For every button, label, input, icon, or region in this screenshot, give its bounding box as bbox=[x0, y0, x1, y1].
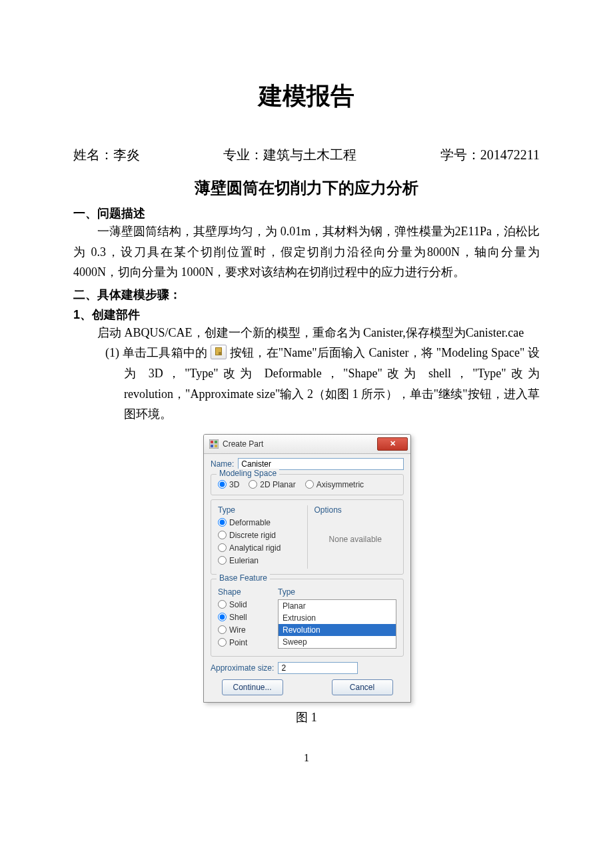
id-field: 学号：201472211 bbox=[440, 146, 540, 164]
options-title: Options bbox=[314, 505, 397, 515]
section-2-body: 启动 ABQUS/CAE，创建一个新的模型，重命名为 Canister,保存模型… bbox=[73, 323, 540, 343]
name-field: 姓名：李炎 bbox=[73, 146, 140, 164]
radio-deformable[interactable]: Deformable bbox=[218, 518, 301, 527]
svg-rect-3 bbox=[211, 445, 213, 447]
radio-wire[interactable]: Wire bbox=[218, 625, 271, 635]
shape-title: Shape bbox=[218, 587, 271, 597]
close-button[interactable]: ✕ bbox=[377, 437, 408, 451]
radio-shell[interactable]: Shell bbox=[218, 613, 271, 622]
create-part-dialog: Create Part ✕ Name: Modeling Space 3D 2D… bbox=[203, 434, 411, 703]
radio-discrete-rigid[interactable]: Discrete rigid bbox=[218, 531, 301, 540]
step-1-prefix: (1) 单击工具箱中的 bbox=[105, 346, 211, 359]
page-number: 1 bbox=[73, 752, 540, 764]
radio-solid[interactable]: Solid bbox=[218, 600, 271, 609]
list-item-extrusion[interactable]: Extrusion bbox=[279, 612, 396, 624]
type-options-group: Type Deformable Discrete rigid Analytica… bbox=[211, 499, 404, 575]
create-part-toolbox-icon bbox=[211, 345, 227, 359]
svg-rect-2 bbox=[215, 441, 217, 443]
dialog-titlebar: Create Part ✕ bbox=[204, 435, 410, 454]
student-info-line: 姓名：李炎 专业：建筑与土木工程 学号：201472211 bbox=[73, 146, 540, 164]
radio-2d-planar[interactable]: 2D Planar bbox=[249, 480, 295, 489]
section-1-heading: 一、问题描述 bbox=[73, 205, 540, 221]
options-none: None available bbox=[314, 517, 397, 544]
radio-eulerian[interactable]: Eulerian bbox=[218, 556, 301, 565]
svg-rect-4 bbox=[215, 445, 217, 447]
list-item-revolution[interactable]: Revolution bbox=[279, 624, 396, 636]
continue-button[interactable]: Continue... bbox=[222, 679, 283, 695]
radio-point[interactable]: Point bbox=[218, 638, 271, 647]
cancel-button[interactable]: Cancel bbox=[332, 679, 393, 695]
type-title: Type bbox=[218, 505, 301, 515]
main-title: 建模报告 bbox=[73, 80, 540, 113]
radio-3d[interactable]: 3D bbox=[218, 480, 239, 489]
list-item-sweep[interactable]: Sweep bbox=[279, 636, 396, 648]
section-1-body: 一薄壁圆筒结构，其壁厚均匀，为 0.01m，其材料为钢，弹性模量为2E11Pa，… bbox=[73, 221, 540, 283]
feature-type-listbox[interactable]: Planar Extrusion Revolution Sweep bbox=[278, 599, 396, 649]
section-2-heading: 二、具体建模步骤： bbox=[73, 287, 540, 303]
radio-analytical-rigid[interactable]: Analytical rigid bbox=[218, 543, 301, 553]
dialog-app-icon bbox=[209, 439, 219, 449]
modeling-space-group: Modeling Space 3D 2D Planar Axisymmetric bbox=[211, 474, 404, 495]
major-field: 专业：建筑与土木工程 bbox=[223, 146, 356, 164]
base-feature-group: Base Feature Shape Solid Shell Wire Poin… bbox=[211, 579, 404, 657]
figure-1: Create Part ✕ Name: Modeling Space 3D 2D… bbox=[203, 434, 410, 703]
section-2-sub1: 1、创建部件 bbox=[73, 307, 540, 323]
base-feature-title: Base Feature bbox=[217, 573, 270, 583]
name-label: Name: bbox=[211, 459, 234, 469]
dialog-title: Create Part bbox=[223, 439, 263, 449]
document-page: 建模报告 姓名：李炎 专业：建筑与土木工程 学号：201472211 薄壁圆筒在… bbox=[0, 0, 613, 791]
approx-size-label: Approximate size: bbox=[211, 663, 274, 673]
list-item-planar[interactable]: Planar bbox=[279, 600, 396, 612]
svg-rect-1 bbox=[211, 441, 213, 443]
modeling-space-title: Modeling Space bbox=[217, 469, 279, 478]
approx-size-input[interactable] bbox=[278, 662, 358, 674]
radio-axisymmetric[interactable]: Axisymmetric bbox=[305, 480, 364, 489]
figure-1-caption: 图 1 bbox=[73, 709, 540, 725]
feature-type-title: Type bbox=[278, 587, 396, 597]
step-1: (1) 单击工具箱中的 按钮，在"Name"后面输入 Canister，将 "M… bbox=[105, 343, 540, 424]
subtitle: 薄壁圆筒在切削力下的应力分析 bbox=[73, 177, 540, 199]
